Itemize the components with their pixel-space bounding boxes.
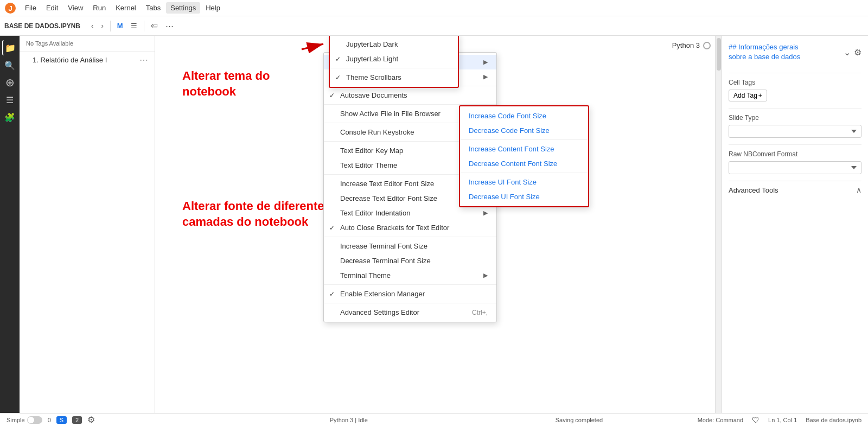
text-editor-indent-arrow: ▶	[483, 209, 488, 217]
theme-submenu: JupyterLab Dark ✓ JupyterLab Light ✓ The…	[329, 36, 459, 88]
advanced-tools-label: Advanced Tools	[729, 186, 778, 194]
sidebar-icon-list[interactable]: ☰	[2, 92, 17, 107]
file-label: Base de dados.ipynb	[806, 417, 861, 423]
right-panel-icons: ⌄ ⚙	[844, 47, 861, 58]
menu-divider-7	[324, 284, 496, 285]
menu-view[interactable]: View	[63, 2, 87, 14]
menu-file[interactable]: File	[21, 2, 41, 14]
scrollbar-thumb	[717, 38, 721, 71]
statusbar-save-status: Saving completed	[467, 417, 691, 423]
menu-item-show-active-label: Show Active File in File Browser	[340, 110, 441, 118]
advanced-settings-shortcut: Ctrl+,	[472, 309, 488, 316]
annotation-theme: Alterar tema donotebook	[182, 68, 270, 99]
raw-nbconvert-label: Raw NBConvert Format	[729, 150, 861, 158]
menu-kernel[interactable]: Kernel	[111, 2, 141, 14]
simple-label: Simple	[7, 417, 25, 423]
font-divider-2	[460, 173, 588, 173]
menu-item-text-editor-indent[interactable]: Text Editor Indentation ▶	[324, 206, 496, 220]
slide-type-section: Slide Type Slide Sub-Slide Fragment Skip…	[729, 108, 861, 138]
theme-item-dark[interactable]: JupyterLab Dark	[330, 37, 458, 52]
right-panel-header: ## Informações gerais sobre a base de da…	[729, 42, 861, 62]
menu-edit[interactable]: Edit	[42, 2, 62, 14]
file-panel-item[interactable]: 1. Relatório de Análise I ⋯	[20, 52, 155, 68]
font-increase-ui[interactable]: Increase UI Font Size	[460, 175, 588, 189]
toggle-thumb	[28, 417, 34, 423]
menu-item-decrease-terminal[interactable]: Decrease Terminal Font Size	[324, 253, 496, 268]
statusbar-settings-icon[interactable]: ⚙	[87, 415, 95, 425]
menu-item-enable-ext[interactable]: ✓ Enable Extension Manager	[324, 287, 496, 301]
file-panel-item-label: 1. Relatório de Análise I	[33, 56, 107, 64]
menu-settings[interactable]: Settings	[166, 2, 200, 14]
font-decrease-content[interactable]: Decrease Content Font Size	[460, 156, 588, 171]
theme-item-dark-label: JupyterLab Dark	[346, 40, 398, 48]
panel-settings-btn[interactable]: ⚙	[854, 47, 861, 58]
menu-item-text-editor-indent-label: Text Editor Indentation	[340, 209, 410, 217]
menu-item-autosave[interactable]: ✓ Autosave Documents	[324, 88, 496, 103]
menu-help[interactable]: Help	[201, 2, 225, 14]
font-decrease-ui[interactable]: Decrease UI Font Size	[460, 189, 588, 204]
menu-item-autosave-label: Autosave Documents	[340, 91, 407, 99]
content-area: Python 3 Alterar tema donotebook Alterar…	[155, 36, 722, 413]
sidebar-icon-files[interactable]: 📁	[2, 40, 17, 55]
menu-item-increase-terminal[interactable]: Increase Terminal Font Size	[324, 239, 496, 253]
add-tag-label: Add Tag	[733, 92, 757, 99]
menu-item-increase-text-editor-label: Increase Text Editor Font Size	[340, 180, 434, 188]
font-submenu: Increase Code Font Size Decrease Code Fo…	[459, 105, 589, 207]
position-label: Ln 1, Col 1	[768, 417, 797, 423]
markdown-btn[interactable]: M	[114, 20, 126, 32]
slide-type-label: Slide Type	[729, 114, 861, 122]
toolbar-sep-1	[110, 21, 111, 31]
menu-item-advanced-settings[interactable]: Advanced Settings Editor Ctrl+,	[324, 305, 496, 320]
font-increase-content[interactable]: Increase Content Font Size	[460, 142, 588, 156]
sidebar-icon-add[interactable]: ⊕	[2, 75, 17, 90]
statusbar-count1: 0	[48, 417, 51, 423]
theme-light-check: ✓	[335, 55, 341, 63]
add-tag-plus-icon: +	[758, 92, 762, 99]
list-btn[interactable]: ☰	[127, 20, 141, 32]
menu-item-arrow: ▶	[483, 59, 488, 66]
enable-ext-check: ✓	[329, 290, 335, 298]
raw-nbconvert-section: Raw NBConvert Format None	[729, 144, 861, 174]
menu-item-terminal-theme-label: Terminal Theme	[340, 271, 391, 279]
raw-nbconvert-select[interactable]: None	[729, 161, 861, 174]
sidebar-icon-puzzle[interactable]: 🧩	[2, 110, 17, 125]
nav-back-btn[interactable]: ‹	[88, 20, 97, 32]
mode-label: Mode: Command	[698, 417, 743, 423]
theme-item-light[interactable]: ✓ JupyterLab Light	[330, 52, 458, 66]
notebook-scrollbar[interactable]	[715, 36, 722, 413]
toggle-track[interactable]	[27, 416, 42, 424]
right-panel: ## Informações gerais sobre a base de da…	[722, 36, 868, 413]
add-tag-btn[interactable]: Add Tag +	[729, 90, 767, 101]
statusbar-right: Mode: Command 🛡 Ln 1, Col 1 Base de dado…	[698, 416, 861, 424]
theme-item-scrollbars[interactable]: ✓ Theme Scrollbars	[330, 70, 458, 85]
slide-type-select[interactable]: Slide Sub-Slide Fragment Skip Notes	[729, 125, 861, 138]
file-panel: No Tags Available 1. Relatório de Anális…	[20, 36, 155, 413]
more-btn[interactable]: ⋯	[162, 19, 177, 33]
cell-tags-section: Cell Tags Add Tag +	[729, 73, 861, 101]
svg-text:J: J	[8, 4, 12, 12]
menu-item-terminal-theme[interactable]: Terminal Theme ▶	[324, 268, 496, 283]
menu-run[interactable]: Run	[88, 2, 110, 14]
menu-item-auto-close[interactable]: ✓ Auto Close Brackets for Text Editor	[324, 220, 496, 235]
theme-item-light-label: JupyterLab Light	[346, 55, 398, 63]
kernel-idle-label: Python 3 | Idle	[330, 417, 368, 423]
kernel-label: Python 3	[672, 41, 700, 49]
file-panel-header: No Tags Available	[20, 36, 155, 52]
panel-expand-btn[interactable]: ⌄	[844, 47, 851, 58]
menu-tabs[interactable]: Tabs	[142, 2, 165, 14]
menu-item-decrease-terminal-label: Decrease Terminal Font Size	[340, 257, 431, 265]
font-decrease-code[interactable]: Decrease Code Font Size	[460, 123, 588, 138]
file-panel-item-more[interactable]: ⋯	[139, 55, 148, 65]
advanced-tools-collapse-btn[interactable]: ∧	[856, 186, 861, 194]
app-logo: J	[4, 2, 16, 14]
simple-mode-toggle[interactable]: Simple	[7, 416, 42, 424]
menu-divider-8	[324, 303, 496, 303]
tag-btn[interactable]: 🏷	[148, 20, 161, 32]
sidebar-icon-search[interactable]: 🔍	[2, 58, 17, 73]
font-divider-1	[460, 139, 588, 140]
menubar: J File Edit View Run Kernel Tabs Setting…	[0, 0, 868, 16]
nav-fwd-btn[interactable]: ›	[98, 20, 106, 32]
shield-icon: 🛡	[752, 416, 760, 424]
toolbar-sep-2	[144, 21, 144, 31]
font-increase-code[interactable]: Increase Code Font Size	[460, 109, 588, 123]
